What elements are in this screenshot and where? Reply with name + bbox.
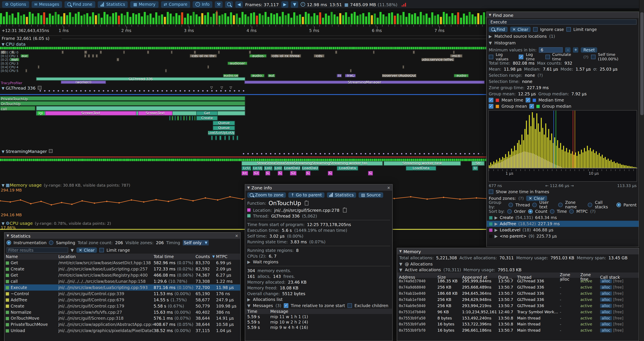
- count-radio[interactable]: [528, 209, 533, 213]
- zone-bar[interactable]: [172, 116, 174, 120]
- limit-range-checkbox[interactable]: [566, 27, 571, 31]
- allocation-row[interactable]: 0x7531d7b04096 KB1:10,234,952,16112:40.7…: [397, 308, 639, 315]
- zone-bar[interactable]: aut: [268, 74, 275, 77]
- column-header[interactable]: Name: [6, 254, 58, 259]
- time-relative-checkbox[interactable]: ✓: [284, 303, 288, 307]
- copy-icon[interactable]: [305, 201, 308, 205]
- table-row[interactable]: OnTouchMovejni/../jni/src/guif/Screen.cp…: [4, 315, 240, 321]
- zone-bar[interactable]: audioser: [228, 62, 248, 65]
- allocation-row[interactable]: 0x74ab1ef040256 KB294,629,948ns13:50.7GL…: [397, 296, 639, 303]
- collapse-arrow-icon[interactable]: ▼: [399, 262, 402, 266]
- zone-bar[interactable]: [92, 54, 94, 57]
- zone-bar[interactable]: [224, 136, 226, 140]
- zone-bar[interactable]: [249, 51, 251, 54]
- zone-bar[interactable]: LoadDaU: [302, 166, 319, 171]
- close-icon[interactable]: ✕: [235, 234, 238, 238]
- zone-bar[interactable]: [236, 136, 238, 140]
- zone-bar[interactable]: Get: [196, 111, 218, 115]
- timing-select[interactable]: Self only▼: [183, 240, 209, 245]
- call-stacks-radio[interactable]: [588, 202, 592, 207]
- column-header[interactable]: Location: [58, 254, 154, 259]
- zone-bar[interactable]: [218, 51, 220, 54]
- zone-bar[interactable]: [453, 51, 455, 54]
- self-time-checkbox[interactable]: [591, 54, 596, 59]
- user-text-radio[interactable]: [532, 202, 537, 207]
- table-row[interactable]: Createjni/../jni/src/claw/base/LuaScript…: [4, 266, 240, 272]
- zone-bar[interactable]: [194, 116, 196, 120]
- table-row[interactable]: Normalizejni/../jni/src/claw/vfs/Vfs.cpp…: [4, 309, 240, 315]
- source-button[interactable]: ▤Source: [359, 192, 383, 197]
- zone-bar[interactable]: [177, 116, 179, 120]
- show-zone-time-checkbox[interactable]: [489, 189, 493, 194]
- wait-regions-label[interactable]: Wait regions: [253, 259, 278, 264]
- help-icon[interactable]: (?): [583, 54, 588, 59]
- zone-bar[interactable]: LcU: [242, 166, 251, 171]
- log-values-checkbox[interactable]: [489, 54, 493, 59]
- expand-arrow-icon[interactable]: ▶: [247, 259, 250, 264]
- zone-bar[interactable]: [25, 69, 27, 72]
- zone-bar[interactable]: LoadData: [337, 166, 358, 171]
- ignore-case-checkbox[interactable]: [533, 27, 538, 31]
- zone-bar[interactable]: [84, 51, 87, 54]
- zone-bar[interactable]: [62, 51, 64, 54]
- table-row[interactable]: PrivateTouchMovejni/../jni/src/claw/appl…: [4, 321, 240, 327]
- found-zone-row[interactable]: ▶AddTree(18,542)227.19 ms: [487, 221, 639, 227]
- matched-locations-label[interactable]: Matched source locations: [494, 34, 547, 38]
- limit-range-checkbox[interactable]: [100, 248, 104, 252]
- allocations-list-label[interactable]: Allocations list: [253, 297, 282, 301]
- table-row[interactable]: calljni/../jni/../../../src/claw/base/Lu…: [4, 278, 240, 284]
- allocation-row[interactable]: 0x74a9d37040186.35 KB295,999,844ns13:50.…: [397, 278, 639, 284]
- streaming-section-header[interactable]: ▼StreamingManager: [2, 149, 53, 154]
- clear-filter-button[interactable]: ✕Clear: [76, 247, 97, 252]
- scrollbar-thumb[interactable]: [640, 12, 644, 115]
- zone-bar[interactable]: cds_ol_rx_threa: [271, 54, 301, 57]
- alloc-callstack-button[interactable]: alloc: [600, 297, 612, 301]
- thread-radio[interactable]: [508, 202, 513, 207]
- zone-bar[interactable]: audio: [454, 74, 468, 77]
- location-value[interactable]: jni/../jni/src/guif/Screen.cpp:278: [274, 208, 340, 212]
- thread-pin-icon[interactable]: [49, 149, 53, 153]
- expand-arrow-icon[interactable]: ▶: [489, 34, 492, 38]
- zone-bar[interactable]: [36, 106, 245, 111]
- zone-bar[interactable]: [180, 116, 182, 120]
- message-row[interactable]: 5.59 smip 9 w 4 h 4 (16): [245, 325, 392, 330]
- table-row[interactable]: Executejni/../jni/src/claw/base/LuaScrip…: [4, 284, 240, 291]
- clear-button[interactable]: ✕Clear: [510, 27, 531, 32]
- find-button[interactable]: Find: [489, 27, 508, 32]
- found-zone-row[interactable]: ▶<no parent>(9)225.73 µs: [487, 233, 639, 239]
- statistics-table-header[interactable]: NameLocationTotal timeCounts▼MTPC: [4, 254, 240, 260]
- zone-bar[interactable]: Ci: [253, 171, 260, 176]
- column-header[interactable]: Address: [399, 275, 437, 279]
- group-median-checkbox[interactable]: ✓: [529, 104, 534, 109]
- exclude-children-checkbox[interactable]: [348, 303, 352, 307]
- frame-marker-icon[interactable]: ▽: [230, 86, 232, 90]
- zone-bar[interactable]: Ti: [337, 74, 342, 77]
- zone-bar[interactable]: [350, 69, 352, 72]
- zone-bar[interactable]: [402, 65, 404, 69]
- allocation-row[interactable]: 0x74ab9e5040256 KB293,994,219ns13:50.7GL…: [397, 302, 639, 308]
- mtpc-radio[interactable]: [570, 209, 574, 213]
- zone-bar[interactable]: [165, 69, 167, 72]
- vertical-scrollbar[interactable]: [639, 0, 644, 341]
- zone-bar[interactable]: [171, 51, 172, 54]
- found-zone-row[interactable]: ▶Create(54,131)643.34 ms: [487, 215, 639, 221]
- message-row[interactable]: 5.59 smip 11 w 1 h 1 (1): [245, 314, 392, 319]
- zone-bar[interactable]: Streaming worker task: [384, 161, 461, 166]
- zone-bar[interactable]: [211, 136, 213, 140]
- frame-marker-icon[interactable]: ▽: [210, 86, 213, 90]
- zone-bar[interactable]: Lo Uj: [252, 166, 263, 171]
- zone-bar[interactable]: C: [368, 171, 373, 176]
- zone-bar[interactable]: [183, 116, 185, 120]
- close-icon[interactable]: ✕: [387, 186, 390, 190]
- go-to-parent-button[interactable]: ↑Go to parent: [288, 192, 324, 197]
- column-header[interactable]: Total time: [154, 254, 196, 259]
- histogram-label[interactable]: Histogram: [494, 41, 516, 45]
- zone-bar[interactable]: [0, 101, 245, 106]
- zone-bar[interactable]: [215, 136, 217, 140]
- memory-title-bar[interactable]: ▼ Memory: [397, 248, 639, 254]
- zone-bar[interactable]: Ci: [290, 171, 297, 176]
- allocation-row[interactable]: 0x74ab1be040186.68 KB294,645,364ns13:50.…: [397, 290, 639, 296]
- sampling-radio[interactable]: [49, 240, 54, 245]
- column-header[interactable]: Time: [247, 309, 270, 313]
- zone-bar[interactable]: ScreenText: [45, 111, 136, 115]
